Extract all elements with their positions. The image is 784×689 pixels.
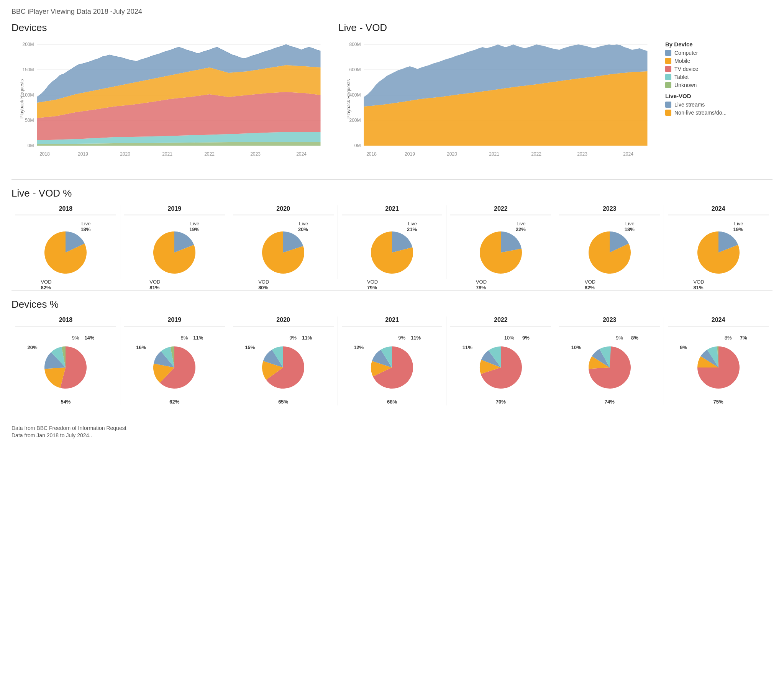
tablet-pct-2018: 9%: [72, 335, 79, 341]
devices-pie-2019: 2019 62% 16% 11% 8%: [120, 316, 229, 405]
live-vod-pie-2021: 2021 Live21% VOD79%: [338, 205, 447, 279]
devices-pie-2021: 2021 68% 12% 11% 9%: [338, 316, 447, 405]
svg-text:2023: 2023: [250, 152, 260, 157]
legend-non-live-label: Non-live streams/do...: [674, 110, 726, 116]
tv-pct-2018: 54%: [61, 399, 71, 405]
computer-pct-2024: 7%: [740, 335, 747, 341]
pie-year-2020: 2020: [233, 205, 334, 215]
svg-text:2022: 2022: [204, 152, 214, 157]
vod-label-2018: VOD82%: [41, 279, 51, 290]
svg-text:2020: 2020: [120, 152, 130, 157]
live-streams-swatch: [665, 102, 671, 108]
mobile-pct-2023: 10%: [572, 344, 581, 350]
tv-pct-2023: 74%: [604, 399, 614, 405]
svg-text:2021: 2021: [162, 152, 173, 157]
devices-pie-svg-2020: [258, 343, 308, 392]
svg-text:600M: 600M: [349, 67, 361, 73]
svg-text:200M: 200M: [22, 42, 34, 47]
pie-year-2024: 2024: [668, 205, 769, 215]
devices-pie-svg-2024: [693, 343, 743, 392]
live-vod-pct-title: Live - VOD %: [12, 187, 772, 199]
vod-label-2024: VOD81%: [693, 279, 704, 290]
svg-text:2024: 2024: [296, 152, 306, 157]
devices-pie-year-2024: 2024: [668, 316, 769, 326]
live-vod-pie-2023: 2023 Live18% VOD82%: [555, 205, 664, 279]
tv-pct-2020: 65%: [278, 399, 288, 405]
legend-computer-label: Computer: [674, 50, 698, 56]
divider-3: [12, 417, 772, 417]
divider-2: [12, 290, 772, 291]
mobile-swatch: [665, 58, 671, 64]
svg-text:2018: 2018: [40, 152, 50, 157]
computer-pct-2022: 9%: [522, 335, 530, 341]
svg-text:2019: 2019: [405, 152, 415, 157]
mobile-pct-2021: 12%: [354, 344, 364, 350]
tv-pct-2024: 75%: [713, 399, 723, 405]
legend-box: By Device Computer Mobile TV device Tabl…: [665, 22, 772, 168]
svg-text:2018: 2018: [366, 152, 377, 157]
devices-chart-section: Devices 200M 150M 100M 50M 0M: [12, 22, 331, 168]
svg-text:Playback Requests: Playback Requests: [19, 79, 25, 119]
svg-text:50M: 50M: [25, 118, 34, 123]
vod-label-2021: VOD79%: [367, 279, 378, 290]
tv-swatch: [665, 66, 671, 72]
pie-svg-2023: [585, 227, 634, 277]
tv-pct-2021: 68%: [387, 399, 397, 405]
pie-svg-2019: [150, 227, 199, 277]
svg-text:2021: 2021: [489, 152, 499, 157]
tablet-pct-2021: 9%: [398, 335, 405, 341]
computer-pct-2023: 8%: [631, 335, 638, 341]
live-vod-pie-row: 2018 Live18% VOD82% 2019 Live19% VOD81% …: [12, 205, 772, 279]
pie-svg-2018: [41, 227, 91, 277]
computer-pct-2021: 11%: [411, 335, 421, 341]
svg-text:800M: 800M: [349, 42, 361, 47]
legend-tv-label: TV device: [674, 66, 698, 72]
svg-text:0M: 0M: [28, 143, 34, 148]
vod-label-2019: VOD81%: [150, 279, 160, 290]
pie-svg-2020: [258, 227, 308, 277]
svg-text:150M: 150M: [22, 67, 34, 73]
devices-pie-2023: 2023 74% 10% 8% 9%: [555, 316, 664, 405]
devices-pie-year-2021: 2021: [342, 316, 443, 326]
svg-text:2020: 2020: [447, 152, 457, 157]
svg-text:2019: 2019: [78, 152, 88, 157]
pie-year-2019: 2019: [124, 205, 225, 215]
live-vod-chart-container: 800M 600M 400M 200M 0M 2018 2019 2020: [338, 38, 657, 168]
mobile-pct-2022: 11%: [463, 344, 473, 350]
devices-pie-svg-2022: [476, 343, 526, 392]
devices-pie-year-2023: 2023: [559, 316, 660, 326]
pie-svg-2021: [367, 227, 417, 277]
unknown-swatch: [665, 82, 671, 88]
computer-swatch: [665, 50, 671, 56]
tablet-pct-2024: 8%: [725, 335, 732, 341]
live-label-2024: Live19%: [733, 221, 743, 232]
devices-pie-year-2022: 2022: [450, 316, 551, 326]
legend-live-streams: Live streams: [665, 102, 772, 108]
pie-svg-2024: [693, 227, 743, 277]
tablet-pct-2022: 10%: [504, 335, 514, 341]
tv-pct-2019: 62%: [170, 399, 180, 405]
vod-label-2022: VOD78%: [476, 279, 487, 290]
svg-text:2023: 2023: [577, 152, 588, 157]
legend-tablet: Tablet: [665, 74, 772, 80]
legend-live-vod-title: Live-VOD: [665, 93, 772, 99]
footer-line2: Data from Jan 2018 to July 2024..: [12, 432, 772, 438]
live-vod-chart-svg: 800M 600M 400M 200M 0M 2018 2019 2020: [338, 38, 657, 168]
pie-year-2022: 2022: [450, 205, 551, 215]
live-vod-pie-2018: 2018 Live18% VOD82%: [12, 205, 120, 279]
footer: Data from BBC Freedom of Information Req…: [12, 425, 772, 438]
live-label-2022: Live22%: [516, 221, 526, 232]
tablet-pct-2019: 8%: [181, 335, 188, 341]
legend-by-device-title: By Device: [665, 41, 772, 48]
devices-pie-year-2019: 2019: [124, 316, 225, 326]
legend-tv: TV device: [665, 66, 772, 72]
devices-pie-svg-2019: [150, 343, 199, 392]
devices-chart-svg: 200M 150M 100M 50M 0M: [12, 38, 331, 168]
devices-pie-year-2020: 2020: [233, 316, 334, 326]
pie-year-2018: 2018: [15, 205, 116, 215]
pie-year-2023: 2023: [559, 205, 660, 215]
devices-chart-title: Devices: [12, 22, 331, 34]
divider-1: [12, 179, 772, 180]
devices-pie-svg-2021: [367, 343, 417, 392]
devices-pie-svg-2018: [41, 343, 91, 392]
